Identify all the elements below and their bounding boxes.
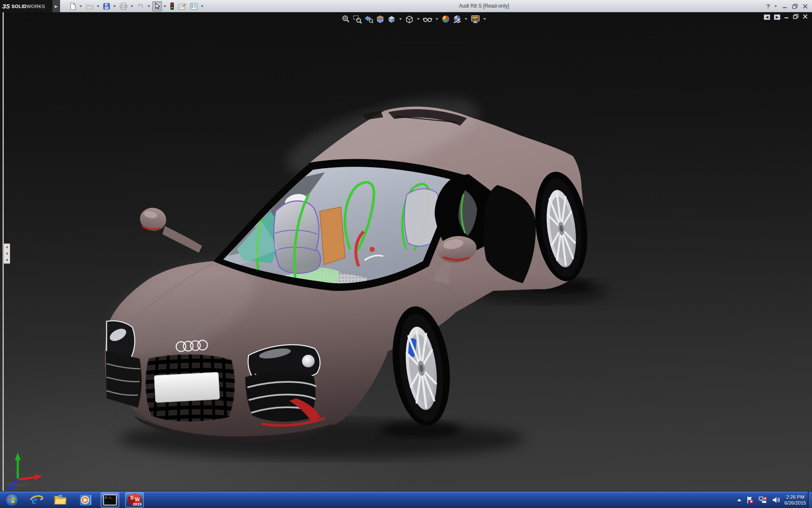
zoom-to-fit-button[interactable] — [341, 14, 351, 24]
view-settings-dropdown[interactable] — [483, 18, 486, 20]
document-window-controls: ◀ ▶ — [764, 14, 808, 20]
new-document-button[interactable] — [68, 1, 78, 11]
windows-explorer-button[interactable] — [52, 492, 70, 508]
windows-start-icon — [5, 493, 19, 507]
undo-dropdown[interactable] — [148, 6, 150, 7]
doc-minimize-button[interactable] — [784, 14, 789, 20]
previous-view-button[interactable] — [364, 14, 374, 24]
new-document-dropdown[interactable] — [80, 6, 82, 7]
doc-close-button[interactable] — [803, 14, 808, 20]
solidworks-logo[interactable]: ЗS SOLIDWORKS — [0, 0, 52, 12]
view-orientation-label: *Dimetric — [6, 481, 29, 488]
view-orientation-dropdown[interactable] — [399, 18, 402, 20]
section-view-icon — [376, 14, 385, 24]
system-tray: 2:26 PM 6/26/2015 — [737, 491, 806, 508]
app-minimize-button[interactable] — [782, 3, 788, 9]
edit-appearance-icon — [441, 14, 450, 24]
y-axis-arrow — [15, 453, 21, 460]
select-cursor-icon — [154, 3, 161, 10]
view-settings-icon — [470, 14, 480, 24]
brand-works-text: WORKS — [27, 4, 45, 9]
options-dropdown[interactable] — [201, 6, 203, 7]
undo-button[interactable] — [135, 1, 146, 11]
options-checklist-icon — [190, 3, 198, 10]
help-dropdown[interactable] — [774, 6, 777, 7]
open-button[interactable] — [84, 1, 95, 11]
section-view-button[interactable] — [375, 14, 385, 24]
panel-splitter-handle[interactable] — [3, 243, 10, 264]
show-desktop-button[interactable] — [808, 491, 812, 508]
display-style-icon — [405, 14, 414, 24]
left-side-intake — [106, 351, 142, 408]
media-player-icon — [78, 493, 93, 507]
heads-up-view-toolbar — [341, 14, 487, 25]
help-button[interactable]: ? — [766, 3, 770, 10]
solidworks-window: ЗS SOLIDWORKS ▶ — [0, 0, 812, 508]
doc-restore-button[interactable] — [793, 14, 799, 20]
front-grille[interactable] — [144, 353, 237, 425]
media-player-button[interactable] — [76, 492, 95, 508]
windows-explorer-icon — [53, 494, 69, 506]
options-checklist-button[interactable] — [189, 1, 199, 11]
license-plate — [154, 372, 219, 403]
display-style-button[interactable] — [404, 14, 414, 24]
taskbar-clock[interactable]: 2:26 PM 6/26/2015 — [785, 494, 806, 506]
print-dropdown[interactable] — [131, 6, 133, 7]
select-dropdown[interactable] — [164, 6, 166, 7]
x-axis-arrow — [35, 474, 42, 480]
clock-time: 2:26 PM — [785, 494, 806, 500]
hide-show-items-icon — [422, 14, 433, 24]
hidden-icons-button[interactable] — [737, 499, 741, 501]
clock-date: 6/26/2015 — [785, 500, 806, 506]
view-settings-button[interactable] — [470, 14, 481, 24]
command-prompt-button[interactable]: C:\_ — [101, 492, 119, 508]
hide-show-items-button[interactable] — [422, 14, 433, 24]
apply-scene-button[interactable] — [452, 14, 462, 24]
network-status-icon[interactable] — [758, 496, 768, 504]
hide-show-items-dropdown[interactable] — [436, 18, 438, 20]
sw-s-letter: S — [130, 495, 134, 501]
save-dropdown[interactable] — [113, 6, 116, 7]
select-button[interactable] — [152, 1, 162, 11]
action-center-flag-icon[interactable] — [746, 496, 754, 504]
windows-taskbar: e C:\_ — [0, 491, 812, 508]
window-title: Audi R8 S [Read-only] — [459, 3, 509, 9]
zoom-to-area-icon — [353, 14, 362, 24]
view-orientation-button[interactable] — [387, 14, 397, 24]
volume-icon[interactable] — [772, 496, 780, 504]
zoom-to-fit-icon — [341, 14, 351, 24]
app-close-button[interactable] — [802, 3, 809, 9]
edit-appearance-button[interactable] — [441, 14, 451, 24]
left-mirror[interactable] — [138, 206, 202, 253]
display-style-dropdown[interactable] — [417, 18, 420, 20]
internet-explorer-icon: e — [29, 493, 44, 507]
new-document-icon — [69, 3, 77, 10]
apply-scene-icon — [453, 14, 462, 24]
graphics-viewport[interactable]: ◀ ▶ *Dimetric — [0, 12, 812, 491]
toggle-right-pane-icon[interactable]: ▶ — [774, 14, 780, 20]
toggle-left-pane-icon[interactable]: ◀ — [764, 14, 770, 20]
solidworks-taskbar-button[interactable]: S W 2015 — [125, 492, 144, 508]
zoom-to-area-button[interactable] — [352, 14, 362, 24]
apply-scene-dropdown[interactable] — [465, 18, 467, 20]
sketch-notepad-button[interactable] — [177, 1, 188, 11]
save-button[interactable] — [102, 1, 112, 11]
brand-solid-text: SOLID — [11, 4, 27, 9]
internet-explorer-button[interactable]: e — [27, 492, 46, 508]
command-prompt-icon: C:\_ — [103, 494, 117, 505]
undo-icon — [137, 3, 145, 10]
print-icon — [119, 3, 128, 10]
app-restore-button[interactable] — [792, 3, 798, 9]
model-audi-r8[interactable] — [0, 12, 812, 491]
open-icon — [85, 3, 94, 10]
solidworks-logo-mark: ЗS — [2, 3, 10, 10]
stoplight-button[interactable] — [168, 1, 176, 11]
headlight-projector — [302, 355, 315, 367]
start-button[interactable] — [3, 492, 21, 508]
main-toolbar: ЗS SOLIDWORKS ▶ — [0, 0, 812, 12]
svg-text:e: e — [32, 493, 37, 506]
menu-expand-arrow[interactable]: ▶ — [52, 0, 60, 12]
open-dropdown[interactable] — [97, 6, 99, 7]
print-button[interactable] — [118, 1, 129, 11]
previous-view-icon — [364, 14, 373, 24]
